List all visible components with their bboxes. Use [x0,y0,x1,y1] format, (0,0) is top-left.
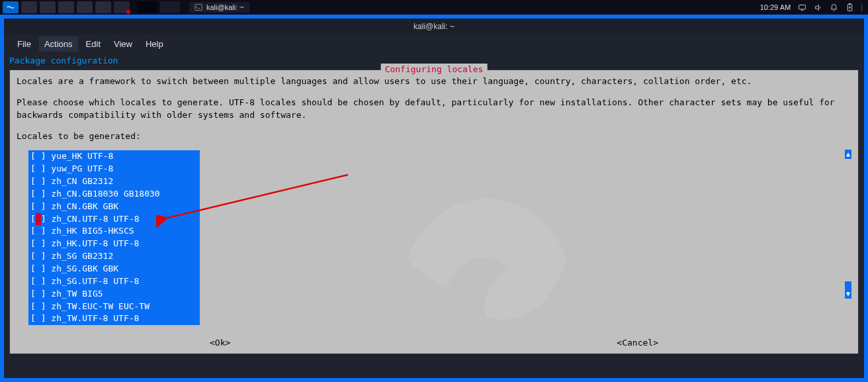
locale-item[interactable]: [ ] zh_CN GB2312 [30,175,160,188]
locales-list-area: [ ] yue_HK UTF-8[ ] yuw_PG UTF-8[ ] zh_C… [17,150,851,325]
taskbar-entry-terminal[interactable]: kali@kali: ~ [189,2,249,13]
taskbar-entry-label: kali@kali: ~ [206,3,244,11]
scrollbar-up-arrow[interactable]: ▲ [845,150,851,159]
dialog-description-1: Locales are a framework to switch betwee… [17,75,851,88]
ok-button[interactable]: <Ok> [210,337,230,350]
dialog-description-2: Please choose which locales to generate.… [17,97,851,122]
menu-actions[interactable]: Actions [39,36,78,52]
locale-item[interactable]: [ ] zh_SG.GBK GBK [30,263,160,275]
locale-item[interactable]: [ ] zh_CN.GB18030 GB18030 [30,188,160,201]
menu-edit[interactable]: Edit [81,36,106,52]
locale-item[interactable]: [ ] zh_TW.EUC-TW EUC-TW [30,301,160,313]
taskbar-launcher-3[interactable] [58,1,74,13]
menu-file[interactable]: File [12,36,36,52]
locales-list[interactable]: [ ] yue_HK UTF-8[ ] yuw_PG UTF-8[ ] zh_C… [28,150,200,325]
terminal-window: kali@kali: ~ File Actions Edit View Help… [4,19,864,378]
locale-item[interactable]: [ ] zh_HK BIG5-HKSCS [30,225,160,238]
scrollbar-thumb[interactable] [845,281,851,289]
locale-item[interactable]: [ ] zh_SG GB2312 [30,250,160,263]
selection-overlay: kali@kali: ~ File Actions Edit View Help… [0,15,868,382]
kali-menu-icon[interactable] [3,1,19,13]
workspace-1[interactable] [138,1,157,13]
locale-item[interactable]: [ ] yuw_PG UTF-8 [30,163,160,175]
dialog-title: Configuring locales [381,64,488,76]
workspace-2[interactable] [160,1,180,13]
clock[interactable]: 10:29 AM [760,3,791,11]
taskbar-launcher-4[interactable] [77,1,93,13]
display-icon[interactable] [797,3,806,12]
volume-icon[interactable] [813,3,822,12]
terminal-icon [195,3,202,11]
notifications-icon[interactable] [829,3,838,12]
svg-rect-1 [799,5,805,9]
dialog-buttons: <Ok> <Cancel> [17,337,851,350]
taskbar-launcher-6[interactable] [114,1,130,13]
panel-left-group: kali@kali: ~ [0,1,249,13]
svg-rect-0 [195,5,202,11]
locale-item[interactable]: [ ] zh_HK.UTF-8 UTF-8 [30,238,160,250]
terminal-body[interactable]: Package configuration Configuring locale… [4,53,864,378]
window-title: kali@kali: ~ [413,22,455,31]
menu-bar: File Actions Edit View Help [4,34,864,53]
menu-help[interactable]: Help [140,36,169,52]
locale-item[interactable]: [ ] zh_TW BIG5 [30,288,160,301]
locale-item[interactable]: [ ] zh_SG.UTF-8 UTF-8 [30,275,160,288]
panel-right-group: 10:29 AM | [760,3,863,12]
dialog-prompt: Locales to be generated: [17,130,851,143]
battery-icon[interactable] [845,3,854,12]
svg-rect-3 [849,3,851,5]
taskbar-launcher-1[interactable] [21,1,37,13]
window-title-bar[interactable]: kali@kali: ~ [4,19,864,34]
locale-item[interactable]: [ ] yue_HK UTF-8 [30,150,160,163]
top-panel: kali@kali: ~ 10:29 AM | [0,0,868,15]
taskbar-launcher-2[interactable] [40,1,56,13]
locale-item[interactable]: [ ] zh_TW.UTF-8 UTF-8 [30,312,160,325]
locale-item[interactable]: [ ] zh_CN.UTF-8 UTF-8 [30,213,160,226]
scrollbar-down-arrow[interactable]: ▼ [845,289,851,299]
taskbar-launcher-5[interactable] [95,1,111,13]
locale-item[interactable]: [ ] zh_CN.GBK GBK [30,201,160,213]
dialog-box: Configuring locales Locales are a framew… [9,70,859,354]
cancel-button[interactable]: <Cancel> [617,337,658,350]
list-scrollbar[interactable]: ▲ ▼ [845,150,851,299]
menu-view[interactable]: View [108,36,138,52]
